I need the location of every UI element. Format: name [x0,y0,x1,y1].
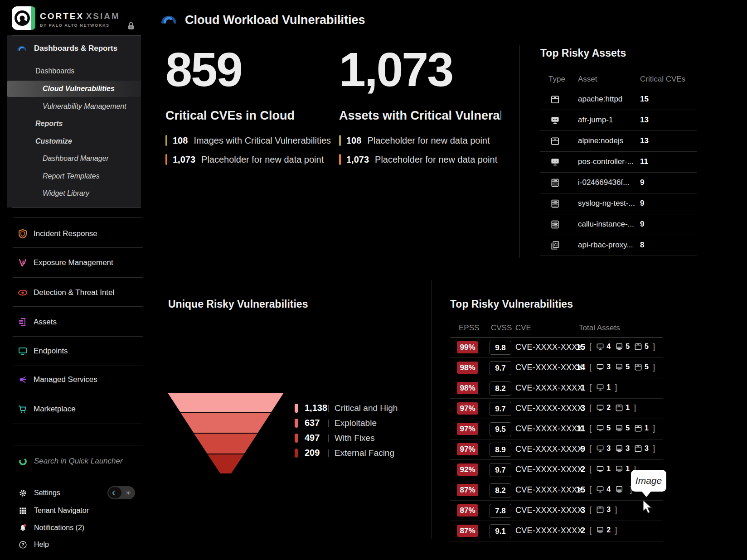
cvss-score-box: 8.2 [490,483,511,497]
sidebar-item-notifications-2[interactable]: Notifications (2) [0,520,150,536]
table-header-row: Type Asset Critical CVEs [540,69,697,89]
mouse-cursor-icon [642,499,654,516]
asset-name: i-024669436f... [578,178,629,187]
asset-count: 5 [606,424,611,432]
svg-text:?: ? [21,542,24,547]
table-row-asset[interactable]: afr-jump-113 [540,110,697,131]
asset-name: alpine:nodejs [578,136,623,145]
sidebar-divider [13,277,143,278]
funnel-segment-exploitable[interactable] [181,413,271,433]
asset-count: 3 [645,444,649,453]
substat-value: 108 [346,135,361,146]
cvss-score-box: 8.9 [490,443,511,457]
table-row-vulnerability[interactable]: 97%8.9CVE-XXXX-XXXX9[333] [450,439,663,460]
asset-breakdown-group: [333] [589,444,655,454]
asset-name: api-rbac-proxy... [578,241,633,250]
sidebar-item-assets[interactable]: Assets [0,312,150,332]
cvss-score-box: 9.8 [490,341,511,355]
chevron-down-icon[interactable] [336,16,344,24]
substat: 1,073 Placeholder for new data point [339,154,501,165]
substat-bar [339,135,341,146]
asset-count: 3 [626,444,630,453]
funnel-segment-with-fixes[interactable] [194,434,257,454]
sidebar-item-detection-threat-intel[interactable]: Detection & Threat Intel [0,283,150,303]
sidebar-divider [13,476,143,476]
sidebar-item-dashboards[interactable]: Dashboards [7,64,141,78]
cvss-score-box: 9.5 [490,422,511,436]
table-row-asset[interactable]: i-024669436f...9 [540,173,697,193]
table-row-asset[interactable]: syslog-ng-test-...9 [540,193,697,214]
sidebar-item-vulnerability-management[interactable]: Vulnerability Management [7,100,141,113]
critical-cves-count: 8 [640,241,644,250]
sidebar-item-tenant-navigator[interactable]: Tenant Navigator [0,502,150,519]
server-icon [547,198,563,209]
asset-count: 5 [645,343,649,351]
sidebar-item-dashboards-reports[interactable]: Dashboards & Reports [7,42,117,55]
sidebar-item-label: Notifications (2) [34,524,84,532]
table-row-asset[interactable]: callu-instance-...9 [540,214,697,235]
container-icon [547,94,563,105]
epss-badge: 99% [457,341,478,353]
sidebar-item-label: Reports [35,120,63,128]
table-row-vulnerability[interactable]: 97%9.7CVE-XXXX-XXXX3[21] [450,399,663,419]
cortex-logo-icon[interactable] [12,6,35,30]
table-row-asset[interactable]: apache:httpd15 [540,89,697,110]
sidebar-item-reports[interactable]: Reports [7,117,141,130]
table-row-vulnerability[interactable]: 99%9.8CVE-XXXX-XXXX15[455] [450,338,663,358]
sidebar-item-help[interactable]: ?Help [0,536,150,553]
sidebar-item-dashboard-manager[interactable]: Dashboard Manager [7,152,141,165]
table-row-vulnerability[interactable]: 87%9.1CVE-XXXX-XXXX2[2] [450,521,663,541]
sidebar-item-incident-response[interactable]: Incident Response [0,224,150,244]
open-bracket: [ [589,423,592,433]
asset-breakdown-group: [455] [589,342,655,352]
epss-badge: 98% [457,362,478,374]
open-bracket: [ [589,525,592,535]
table-row-vulnerability[interactable]: 97%9.5CVE-XXXX-XXXX11[551] [450,419,663,439]
container-icon [634,424,643,433]
table-row-vulnerability[interactable]: 98%8.2CVE-XXXX-XXXX1[1] [450,378,663,399]
sidebar-item-label: Exposure Management [34,258,113,267]
sidebar-item-endpoints[interactable]: Endpoints [0,341,150,361]
sidebar-item-marketplace[interactable]: Marketplace [0,399,150,419]
server-icon [615,485,624,494]
funnel-segment-external-facing[interactable] [208,454,244,473]
server-icon [547,178,563,188]
asset-type-count: 3 [596,444,611,453]
table-header-row: EPSS CVSS CVE Total Assets [450,318,663,338]
col-total-assets: Total Assets [579,323,620,333]
table-row-vulnerability[interactable]: 98%9.7CVE-XXXX-XXXX14[355] [450,358,663,378]
critical-cves-count: 9 [640,199,644,208]
sidebar-item-managed-services[interactable]: Managed Services [0,370,150,390]
brand-byline: BY PALO ALTO NETWORKS [40,24,120,28]
workstation-icon [596,464,605,473]
tooltip-label: Image [635,475,662,486]
top-risky-assets-title: Top Risky Assets [540,47,626,59]
moon-icon[interactable]: ☾ [108,487,121,498]
dashboard-gauge-icon [160,11,178,29]
sidebar-item-exposure-management[interactable]: Exposure Management [0,253,150,273]
table-row-asset[interactable]: pos-controller-...11 [540,152,697,173]
lock-icon[interactable] [126,20,136,32]
sidebar-item-quick-launcher[interactable]: Search in Quick Launcher [0,452,150,470]
table-row-asset[interactable]: api-rbac-proxy...8 [540,235,697,256]
sidebar-divider [13,217,143,218]
table-row-vulnerability[interactable]: 87%7.8CVE-XXXX-XXXX3[3] [450,501,663,521]
sidebar-item-cloud-vulnerabilities[interactable]: Cloud Vulnerabilities [7,81,141,97]
asset-count: 1 [645,424,649,432]
table-row-asset[interactable]: alpine:nodejs13 [540,131,697,152]
asset-count: 4 [606,485,611,493]
total-assets-count: 15 [568,343,585,352]
asset-type-count: 2 [596,526,611,535]
sidebar-item-customize[interactable]: Customize [7,135,141,148]
sidebar-item-label: Help [34,541,49,549]
help-icon: ? [18,540,28,550]
container-icon [596,505,605,514]
funnel-segment-critical-and-high[interactable] [168,393,284,412]
sidebar-item-widget-library[interactable]: Widget Library [7,187,141,200]
sidebar-item-label: Dashboards [35,67,74,75]
theme-toggle[interactable]: ☾ ☀ [107,486,135,499]
substat-value: 1,073 [173,154,195,165]
sidebar-item-report-templates[interactable]: Report Templates [7,169,141,183]
sun-icon[interactable]: ☀ [121,489,135,497]
open-bracket: [ [589,382,592,392]
